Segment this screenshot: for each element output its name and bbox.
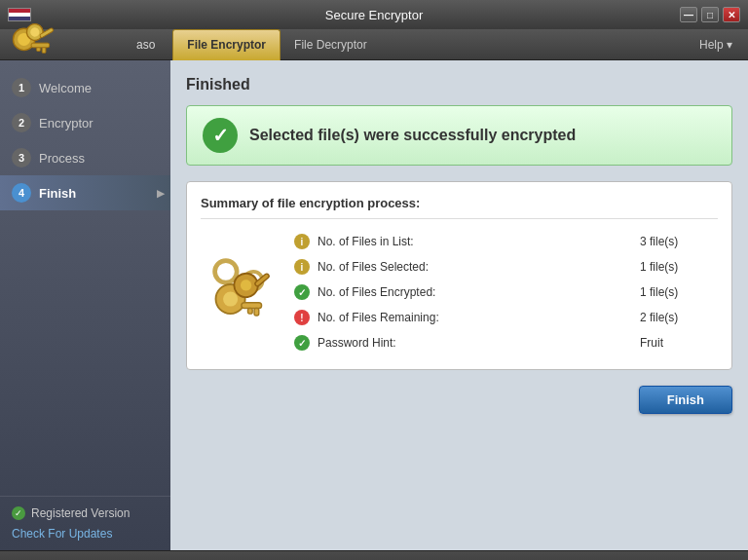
lock-icon bbox=[206, 253, 274, 331]
summary-box: Summary of file encryption process: bbox=[186, 181, 732, 370]
row-label-1: No. of Files in List: bbox=[318, 235, 632, 248]
row-value-2: 1 file(s) bbox=[640, 260, 718, 274]
info-icon-1: i bbox=[294, 234, 310, 249]
footer-bar: ASO3 Version: 3.9.3800.18406 SYSTE•OR bbox=[0, 550, 748, 560]
sidebar-item-process[interactable]: 3 Process bbox=[0, 140, 170, 175]
help-menu[interactable]: Help ▾ bbox=[692, 34, 740, 56]
sidebar-item-welcome[interactable]: 1 Welcome bbox=[0, 70, 170, 105]
svg-rect-13 bbox=[254, 308, 259, 316]
svg-point-8 bbox=[215, 261, 238, 283]
row-label-2: No. of Files Selected: bbox=[318, 260, 632, 274]
sidebar-label-welcome: Welcome bbox=[39, 81, 92, 95]
check-updates-link[interactable]: Check For Updates bbox=[12, 527, 112, 541]
row-label-5: Password Hint: bbox=[318, 336, 632, 350]
main-container: 1 Welcome 2 Encryptor 3 Process 4 Finish… bbox=[0, 60, 748, 550]
page-title: Finished bbox=[186, 76, 732, 93]
success-icon-3: ✓ bbox=[294, 284, 310, 300]
nav-number-4: 4 bbox=[12, 183, 31, 203]
success-banner: ✓ Selected file(s) were successfully enc… bbox=[186, 105, 732, 166]
aso-tab[interactable]: aso bbox=[123, 29, 168, 60]
row-value-4: 2 file(s) bbox=[640, 311, 718, 324]
finish-button[interactable]: Finish bbox=[639, 386, 732, 414]
row-value-5: Fruit bbox=[640, 336, 718, 350]
svg-point-11 bbox=[223, 292, 238, 307]
summary-rows: i No. of Files in List: 3 file(s) i No. … bbox=[294, 229, 718, 355]
content-footer: Finish bbox=[186, 386, 732, 414]
file-encryptor-tab[interactable]: File Encryptor bbox=[172, 29, 280, 60]
summary-row-password-hint: ✓ Password Hint: Fruit bbox=[294, 330, 718, 355]
sidebar-item-finish[interactable]: 4 Finish ▶ bbox=[0, 175, 170, 210]
svg-rect-12 bbox=[242, 303, 262, 309]
summary-row-files-encrypted: ✓ No. of Files Encrypted: 1 file(s) bbox=[294, 280, 718, 305]
row-label-4: No. of Files Remaining: bbox=[318, 311, 632, 324]
summary-content: i No. of Files in List: 3 file(s) i No. … bbox=[201, 229, 718, 355]
svg-rect-14 bbox=[247, 308, 252, 314]
nav-number-3: 3 bbox=[12, 148, 31, 168]
sidebar: 1 Welcome 2 Encryptor 3 Process 4 Finish… bbox=[0, 60, 170, 550]
row-value-3: 1 file(s) bbox=[640, 285, 718, 299]
maximize-button[interactable]: □ bbox=[701, 7, 719, 22]
window-title: Secure Encryptor bbox=[325, 8, 423, 22]
summary-row-files-remaining: ! No. of Files Remaining: 2 file(s) bbox=[294, 305, 718, 330]
registered-badge: ✓ Registered Version bbox=[12, 506, 159, 520]
menu-bar: aso File Encryptor File Decryptor Help ▾ bbox=[0, 29, 748, 60]
nav-number-2: 2 bbox=[12, 113, 31, 132]
success-message: Selected file(s) were successfully encry… bbox=[249, 127, 576, 144]
sidebar-label-finish: Finish bbox=[39, 186, 76, 201]
close-button[interactable]: ✕ bbox=[723, 7, 740, 22]
nav-arrow-icon: ▶ bbox=[157, 188, 165, 199]
sidebar-bottom: ✓ Registered Version Check For Updates bbox=[0, 496, 170, 550]
warning-icon-4: ! bbox=[294, 310, 310, 325]
sidebar-item-encryptor[interactable]: 2 Encryptor bbox=[0, 105, 170, 140]
nav-number-1: 1 bbox=[12, 78, 31, 97]
summary-row-files-in-list: i No. of Files in List: 3 file(s) bbox=[294, 229, 718, 254]
svg-rect-4 bbox=[37, 47, 41, 51]
success-icon-5: ✓ bbox=[294, 335, 310, 351]
minimize-button[interactable]: — bbox=[680, 7, 697, 22]
window-controls: — □ ✕ bbox=[680, 7, 740, 22]
lock-icon-area bbox=[201, 229, 279, 355]
registered-label: Registered Version bbox=[31, 506, 130, 520]
summary-row-files-selected: i No. of Files Selected: 1 file(s) bbox=[294, 254, 718, 280]
success-icon: ✓ bbox=[203, 118, 238, 153]
title-bar: Secure Encryptor — □ ✕ bbox=[0, 0, 748, 29]
svg-rect-2 bbox=[31, 43, 50, 48]
svg-rect-3 bbox=[42, 47, 46, 53]
row-value-1: 3 file(s) bbox=[640, 235, 718, 248]
sidebar-label-process: Process bbox=[39, 151, 85, 166]
menu-tabs: aso File Encryptor File Decryptor bbox=[123, 29, 381, 60]
summary-title: Summary of file encryption process: bbox=[201, 196, 718, 219]
info-icon-2: i bbox=[294, 259, 310, 275]
file-decryptor-tab[interactable]: File Decryptor bbox=[280, 29, 381, 60]
registered-check-icon: ✓ bbox=[12, 506, 25, 520]
row-label-3: No. of Files Encrypted: bbox=[318, 285, 632, 299]
content-area: Finished ✓ Selected file(s) were success… bbox=[170, 60, 748, 550]
sidebar-label-encryptor: Encryptor bbox=[39, 116, 94, 131]
